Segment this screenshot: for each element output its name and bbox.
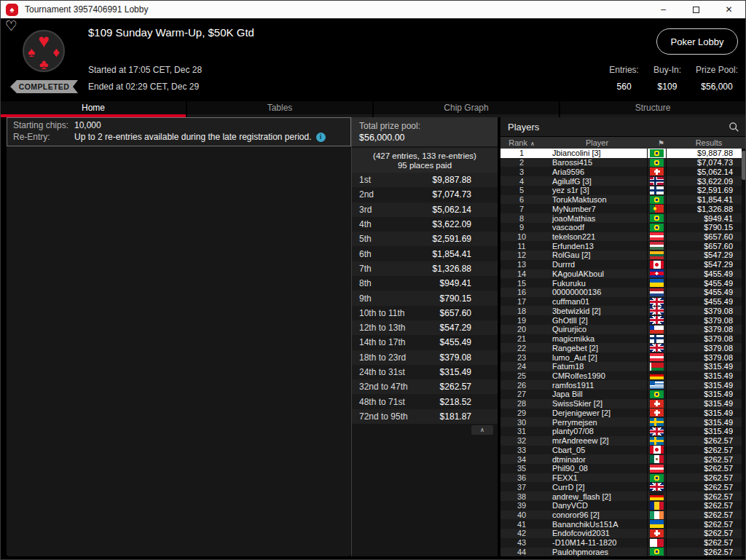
column-header-flag-icon[interactable]: ⚑ bbox=[651, 139, 671, 147]
player-row[interactable]: 42Endofcovid2031$262.57 bbox=[500, 529, 742, 538]
player-rank: 1 bbox=[500, 149, 543, 157]
close-button[interactable]: ✕ bbox=[712, 1, 745, 18]
player-rank: 13 bbox=[500, 260, 543, 269]
player-row[interactable]: 38andrew_flash [2]$262.57 bbox=[500, 492, 742, 501]
player-row[interactable]: 26ramfos1911$315.49 bbox=[500, 380, 742, 390]
player-row[interactable]: 11Erfunden13$657.60 bbox=[500, 241, 742, 251]
player-row[interactable]: 22Rangebet [2]$379.08 bbox=[500, 343, 742, 352]
flag-brazil-icon bbox=[650, 548, 664, 556]
info-icon[interactable]: i bbox=[316, 133, 326, 142]
player-result: $455.49 bbox=[667, 288, 742, 296]
flag-cell bbox=[647, 297, 667, 307]
player-result: $455.49 bbox=[667, 297, 742, 306]
payout-place: 7th bbox=[359, 264, 433, 274]
player-row[interactable]: 31planty07/08$315.49 bbox=[500, 427, 742, 436]
player-name: mrAndreeew [2] bbox=[543, 436, 647, 445]
tab-structure[interactable]: Structure bbox=[560, 101, 745, 117]
player-rank: 3 bbox=[500, 167, 543, 176]
tab-chip-graph[interactable]: Chip Graph bbox=[374, 101, 559, 117]
tab-tables[interactable]: Tables bbox=[187, 101, 372, 117]
player-row[interactable]: 15Fukuruku$455.49 bbox=[500, 278, 742, 288]
minimize-button[interactable]: – bbox=[647, 1, 680, 18]
player-row[interactable]: 14KAgoulAKboul$455.49 bbox=[500, 269, 742, 279]
flag-cell bbox=[647, 482, 667, 492]
player-row[interactable]: 20Quirurjico$379.08 bbox=[500, 325, 742, 334]
player-rank: 37 bbox=[500, 483, 543, 492]
flag-ukraine-icon bbox=[650, 279, 664, 287]
player-row[interactable]: 3Aria9596$5,062.14 bbox=[500, 167, 742, 176]
player-row[interactable]: 23lumo_Aut [2]$379.08 bbox=[500, 352, 742, 362]
player-name: yez s1r [3] bbox=[543, 186, 647, 194]
flag-cell bbox=[647, 232, 667, 242]
player-result: $262.57 bbox=[667, 538, 742, 547]
player-row[interactable]: 8joaoMathias$949.41 bbox=[500, 213, 742, 223]
player-row[interactable]: 183betwizkid [2]$379.08 bbox=[500, 306, 742, 315]
player-row[interactable]: 17cuffman01$455.49 bbox=[500, 297, 742, 307]
players-column-header: Rank∧ Player ⚑ Results bbox=[500, 137, 746, 149]
payout-place: 6th bbox=[359, 249, 433, 259]
player-row[interactable]: 25CMRolfes1990$315.49 bbox=[500, 371, 742, 381]
column-header-player[interactable]: Player bbox=[543, 138, 651, 147]
payout-row: 8th$949.41 bbox=[352, 276, 498, 291]
players-scrollbar[interactable] bbox=[742, 149, 746, 555]
player-rank: 36 bbox=[500, 473, 543, 482]
player-row[interactable]: 27Japa Bill$315.49 bbox=[500, 390, 742, 399]
player-row[interactable]: 24Fatum18$315.49 bbox=[500, 362, 742, 371]
flag-switzerland-icon bbox=[650, 409, 664, 417]
player-name: joaoMathias bbox=[543, 214, 647, 223]
player-row[interactable]: 1600000000136$455.49 bbox=[500, 288, 742, 297]
player-row[interactable]: 4AgilulfG [3]$3,622.09 bbox=[500, 176, 742, 186]
player-row[interactable]: 12RolGau [2]$547.29 bbox=[500, 251, 742, 260]
entries-summary: (427 entries, 133 re-entries) 95 places … bbox=[352, 148, 498, 173]
player-row[interactable]: 9vascaodf$790.15 bbox=[500, 223, 742, 232]
player-row[interactable]: 33Cbart_05$262.57 bbox=[500, 446, 742, 455]
player-row[interactable]: 30Perrymejsen$315.49 bbox=[500, 417, 742, 427]
player-row[interactable]: 19GhOtlll [2]$379.08 bbox=[500, 315, 742, 325]
player-row[interactable]: 6TorukMaktuson$1,854.41 bbox=[500, 195, 742, 205]
player-row[interactable]: 36FEXX1$262.57 bbox=[500, 473, 742, 483]
flag-greece-icon bbox=[650, 381, 664, 389]
flag-cell bbox=[647, 149, 667, 158]
player-row[interactable]: 2Barossi415$7,074.73 bbox=[500, 158, 742, 167]
player-row[interactable]: 5yez s1r [3]$2,591.69 bbox=[500, 186, 742, 195]
flag-switzerland-icon bbox=[650, 167, 664, 176]
flag-romania-icon bbox=[650, 502, 664, 510]
player-row[interactable]: 41BananchikUs151A$262.57 bbox=[500, 519, 742, 529]
column-header-rank[interactable]: Rank∧ bbox=[500, 138, 543, 147]
player-row[interactable]: 44Paulohpmoraes$262.57 bbox=[500, 548, 742, 557]
player-row[interactable]: 1Jbiancolini [3]$9,887.88 bbox=[500, 149, 742, 158]
player-row[interactable]: 43-D10M14-11-1820$262.57 bbox=[500, 538, 742, 548]
players-list: 1Jbiancolini [3]$9,887.882Barossi415$7,0… bbox=[500, 149, 742, 556]
maximize-button[interactable] bbox=[680, 1, 712, 18]
player-row[interactable]: 40conoror96 [2]$262.57 bbox=[500, 510, 742, 520]
player-result: $315.49 bbox=[667, 399, 742, 408]
payout-row: 48th to 71st$218.52 bbox=[352, 394, 498, 409]
favorite-heart-icon[interactable]: ♡ bbox=[5, 19, 17, 33]
player-row[interactable]: 13Durrrd$547.29 bbox=[500, 260, 742, 269]
flag-cell bbox=[647, 519, 667, 529]
collapse-payouts-button[interactable]: ∧ bbox=[471, 425, 493, 435]
column-header-results[interactable]: Results bbox=[671, 138, 746, 147]
search-icon[interactable] bbox=[729, 122, 739, 133]
player-result: $7,074.73 bbox=[667, 158, 742, 167]
player-row[interactable]: 29Derjenigewer [2]$315.49 bbox=[500, 409, 742, 418]
player-name: conoror96 [2] bbox=[543, 510, 647, 519]
player-row[interactable]: 21magicmikka$379.08 bbox=[500, 334, 742, 344]
player-rank: 35 bbox=[500, 464, 543, 473]
player-result: $547.29 bbox=[667, 251, 742, 259]
player-name: Quirurjico bbox=[543, 325, 647, 334]
poker-lobby-button[interactable]: Poker Lobby bbox=[656, 28, 738, 55]
player-name: KAgoulAKboul bbox=[543, 269, 647, 278]
player-row[interactable]: 39DanyVCD$262.57 bbox=[500, 501, 742, 510]
player-row[interactable]: 34dtminator$262.57 bbox=[500, 454, 742, 464]
player-row[interactable]: 35Phil90_08$262.57 bbox=[500, 464, 742, 473]
player-row[interactable]: 37CurrD [2]$262.57 bbox=[500, 482, 742, 492]
player-row[interactable]: 7MyNumber7$1,326.88 bbox=[500, 204, 742, 213]
players-scrollbar-thumb[interactable] bbox=[742, 151, 746, 180]
flag-cell bbox=[647, 371, 667, 381]
player-row[interactable]: 28SwissSkier [2]$315.49 bbox=[500, 399, 742, 409]
player-row[interactable]: 10tekelson221$657.60 bbox=[500, 232, 742, 242]
player-name: andrew_flash [2] bbox=[543, 492, 647, 501]
tab-home[interactable]: Home bbox=[1, 101, 186, 117]
player-row[interactable]: 32mrAndreeew [2]$262.57 bbox=[500, 436, 742, 446]
